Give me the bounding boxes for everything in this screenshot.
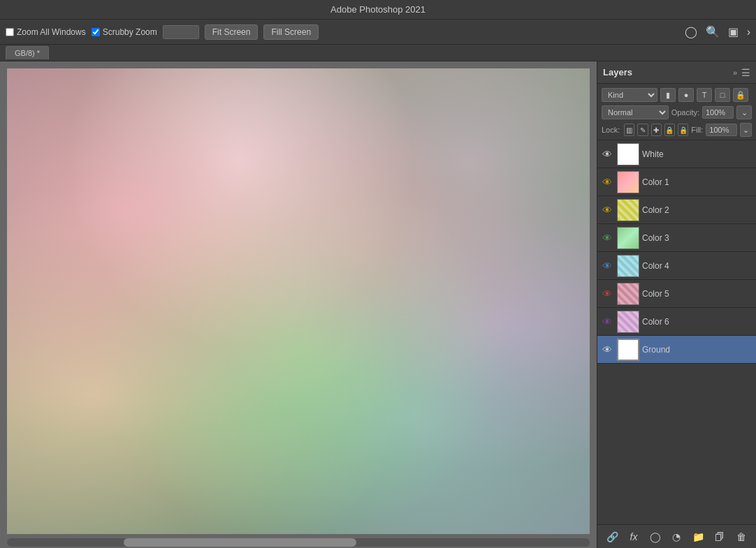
blend-row: Normal Opacity: ⌄ — [602, 105, 752, 119]
eye-icon-5: 👁 — [602, 288, 612, 299]
canvas-scrollbar-thumb[interactable] — [124, 538, 357, 547]
group-button[interactable]: 📁 — [690, 528, 706, 545]
layer-thumb-3 — [617, 227, 639, 249]
layer-item-color-1[interactable]: 👁 Color 1 — [597, 168, 756, 196]
pixel-filter-btn[interactable]: ▮ — [660, 88, 676, 102]
shape-filter-btn[interactable]: □ — [715, 88, 730, 102]
lock-image-btn[interactable]: ✎ — [637, 124, 648, 136]
layer-name-4: Color 4 — [642, 261, 753, 271]
layers-list: 👁 White 👁 Color 1 👁 Color 2 👁 Color 3 — [597, 140, 756, 524]
layer-eye-3[interactable]: 👁 — [600, 231, 614, 245]
panel-menu-icon[interactable]: ☰ — [741, 67, 750, 78]
layer-item-color-3[interactable]: 👁 Color 3 — [597, 224, 756, 252]
layers-header-icons: » ☰ — [733, 67, 750, 78]
title-bar: Adobe Photoshop 2021 — [0, 0, 756, 20]
canvas-wrapper — [7, 68, 590, 534]
opacity-chevron[interactable]: ⌄ — [736, 105, 752, 119]
layers-panel-title: Layers — [603, 67, 632, 77]
layer-thumb-4 — [617, 255, 639, 277]
lock-artboard-btn[interactable]: 🔒 — [664, 124, 675, 136]
new-layer-button[interactable]: 🗍 — [711, 528, 728, 545]
eye-icon-1: 👁 — [602, 177, 612, 188]
cloud-icon[interactable]: ◯ — [685, 27, 697, 38]
layer-thumb-1 — [617, 171, 639, 193]
layer-thumb-0 — [617, 143, 639, 165]
layer-name-1: Color 1 — [642, 177, 753, 187]
kind-row: Kind ▮ ● T □ 🔒 — [602, 88, 752, 102]
opacity-input[interactable] — [702, 106, 734, 119]
layer-thumb-6 — [617, 311, 639, 333]
layer-name-0: White — [642, 149, 753, 159]
lock-pixels-btn[interactable]: ▥ — [624, 124, 634, 136]
eye-icon-0: 👁 — [602, 149, 612, 160]
doc-tab: GB/8) * — [0, 45, 756, 61]
layer-item-color-5[interactable]: 👁 Color 5 — [597, 280, 756, 308]
lock-position-btn[interactable]: ✚ — [651, 124, 662, 136]
layer-eye-4[interactable]: 👁 — [600, 259, 614, 273]
eye-icon-4: 👁 — [602, 260, 612, 272]
scrubby-zoom-checkbox[interactable] — [92, 28, 100, 36]
layer-item-color-4[interactable]: 👁 Color 4 — [597, 252, 756, 280]
layer-eye-0[interactable]: 👁 — [600, 147, 614, 161]
eye-icon-6: 👁 — [602, 316, 612, 327]
fill-label: Fill: — [691, 126, 703, 134]
layer-eye-5[interactable]: 👁 — [600, 287, 614, 301]
layers-header: Layers » ☰ — [597, 61, 756, 84]
kind-select[interactable]: Kind — [602, 88, 657, 102]
zoom-all-windows-label[interactable]: Zoom All Windows — [6, 27, 86, 37]
adjustment-button[interactable]: ◔ — [668, 528, 685, 545]
delete-layer-button[interactable]: 🗑 — [733, 528, 750, 545]
eye-icon-2: 👁 — [602, 205, 612, 216]
fill-input[interactable] — [706, 124, 737, 136]
zoom-all-windows-checkbox[interactable] — [6, 28, 14, 36]
eye-icon-3: 👁 — [602, 232, 612, 244]
options-bar: Zoom All Windows Scrubby Zoom 100% Fit S… — [0, 20, 756, 45]
type-filter-btn[interactable]: T — [697, 88, 712, 102]
lock-label: Lock: — [602, 126, 620, 134]
layer-name-5: Color 5 — [642, 289, 753, 299]
layer-item-color-6[interactable]: 👁 Color 6 — [597, 308, 756, 336]
eye-icon-7: 👁 — [602, 344, 612, 355]
workspace-icon[interactable]: ▣ — [728, 27, 739, 38]
fill-chevron[interactable]: ⌄ — [740, 123, 752, 137]
main: Layers » ☰ Kind ▮ ● T □ 🔒 Nor — [0, 61, 756, 548]
layer-name-3: Color 3 — [642, 233, 753, 243]
layer-thumb-5 — [617, 283, 639, 305]
fill-screen-button[interactable]: Fill Screen — [263, 24, 319, 40]
blend-mode-select[interactable]: Normal — [602, 105, 669, 119]
layer-name-7: Ground — [642, 345, 753, 355]
lock-all-btn[interactable]: 🔒 — [678, 124, 688, 136]
adjustment-filter-btn[interactable]: ● — [678, 88, 694, 102]
canvas-image — [7, 68, 590, 534]
layer-thumb-7 — [617, 339, 639, 361]
fit-screen-button[interactable]: Fit Screen — [205, 24, 259, 40]
canvas-area — [0, 61, 597, 548]
layer-name-2: Color 2 — [642, 205, 753, 215]
link-layers-button[interactable]: 🔗 — [604, 528, 620, 545]
scrubby-zoom-label[interactable]: Scrubby Zoom — [92, 27, 157, 37]
search-icon[interactable]: 🔍 — [706, 27, 720, 38]
options-right: ◯ 🔍 ▣ › — [685, 27, 750, 38]
layer-item-color-2[interactable]: 👁 Color 2 — [597, 196, 756, 224]
canvas-scrollbar[interactable] — [7, 538, 590, 547]
doc-tab-item[interactable]: GB/8) * — [6, 46, 49, 59]
layers-bottom: 🔗 fx ◯ ◔ 📁 🗍 🗑 — [597, 524, 756, 548]
layer-item-ground[interactable]: 👁 Ground — [597, 336, 756, 364]
zoom-input[interactable]: 100% — [163, 25, 199, 39]
layer-thumb-2 — [617, 199, 639, 221]
layer-eye-2[interactable]: 👁 — [600, 203, 614, 217]
lock-row: Lock: ▥ ✎ ✚ 🔒 🔒 Fill: ⌄ — [602, 123, 752, 137]
more-icon[interactable]: › — [747, 27, 750, 38]
layer-eye-7[interactable]: 👁 — [600, 343, 614, 357]
fx-button[interactable]: fx — [625, 528, 642, 545]
mask-button[interactable]: ◯ — [647, 528, 664, 545]
layer-item-white[interactable]: 👁 White — [597, 140, 756, 168]
opacity-label: Opacity: — [671, 108, 699, 117]
panel-expand-icon[interactable]: » — [733, 68, 737, 77]
layers-panel: Layers » ☰ Kind ▮ ● T □ 🔒 Nor — [597, 61, 756, 548]
layer-name-6: Color 6 — [642, 317, 753, 327]
smart-filter-btn[interactable]: 🔒 — [733, 88, 748, 102]
layer-eye-6[interactable]: 👁 — [600, 315, 614, 329]
layer-eye-1[interactable]: 👁 — [600, 175, 614, 189]
app-title: Adobe Photoshop 2021 — [330, 4, 426, 15]
